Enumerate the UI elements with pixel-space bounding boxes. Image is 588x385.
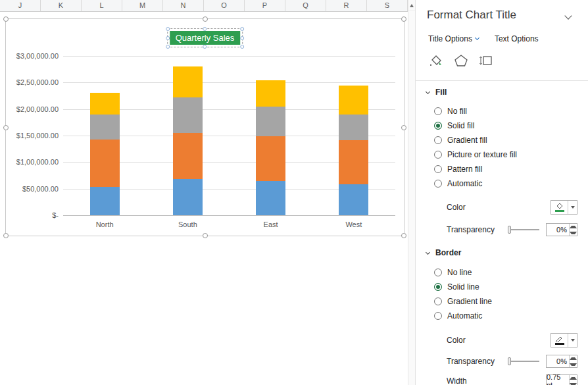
radio-label[interactable]: Gradient fill [447,136,487,145]
radio-button[interactable] [434,283,442,291]
bar-south-series3[interactable] [173,97,203,133]
spinner-up-icon[interactable] [570,375,577,381]
border-transparency-slider[interactable] [508,357,539,366]
column-header-p[interactable]: P [245,0,285,11]
bar-west-series1[interactable] [339,184,368,215]
fill-transparency-value[interactable]: 0% [547,224,569,236]
x-axis-label[interactable]: East [230,220,312,228]
border-section-header[interactable]: Border [426,248,461,257]
fill-section-header[interactable]: Fill [426,88,447,97]
bar-west-series4[interactable] [339,86,368,115]
radio-button[interactable] [434,107,442,115]
selection-handle[interactable] [401,233,406,238]
selection-handle[interactable] [3,233,9,238]
y-axis-label[interactable]: $1,50,000.00 [16,132,59,140]
selection-handle[interactable] [401,125,406,130]
radio-label[interactable]: Solid line [447,282,479,292]
selection-handle[interactable] [203,233,208,238]
radio-label[interactable]: Automatic [447,179,482,188]
selection-handle[interactable] [166,27,170,31]
bar-west-series3[interactable] [339,115,368,141]
size-properties-icon[interactable] [476,51,496,70]
column-header-m[interactable]: M [122,0,163,11]
selection-handle[interactable] [203,16,208,22]
selection-handle[interactable] [240,27,244,31]
x-axis-label[interactable]: West [312,220,395,228]
pane-collapse-chevron-down-icon[interactable] [564,12,572,19]
y-axis[interactable]: $3,00,000.00$2,50,000.00$2,00,000.00$1,5… [6,56,59,215]
dropdown-arrow-icon[interactable] [568,334,577,347]
radio-button[interactable] [434,269,442,276]
selection-handle[interactable] [240,36,244,40]
scroll-up-button[interactable] [408,0,415,11]
radio-label[interactable]: Gradient line [447,297,492,306]
radio-label[interactable]: Automatic [447,311,482,321]
spinner-down-icon[interactable] [570,361,577,367]
bar-south-series1[interactable] [173,179,203,215]
border-width-spinner[interactable]: 0.75 pt [546,374,577,385]
border-option-automatic[interactable]: Automatic [434,309,492,323]
tab-text-options[interactable]: Text Options [495,34,539,43]
bar-east-series3[interactable] [256,107,285,136]
selection-handle[interactable] [203,45,207,49]
spinner-up-icon[interactable] [570,224,577,230]
chart-title[interactable]: Quarterly Sales [170,31,241,45]
plot-area[interactable]: NorthSouthEastWest [63,56,395,215]
x-axis-label[interactable]: North [63,220,146,228]
column-header-s[interactable]: S [367,0,408,11]
border-transparency-spinner[interactable]: 0% [546,355,577,368]
y-axis-label[interactable]: $2,50,000.00 [16,78,59,86]
fill-color-button[interactable] [551,200,577,215]
column-header-n[interactable]: N [163,0,204,11]
radio-button[interactable] [434,297,442,305]
radio-label[interactable]: Pattern fill [447,165,482,174]
y-axis-label[interactable]: $2,00,000.00 [16,105,59,113]
radio-button[interactable] [434,165,442,173]
border-option-gradient-line[interactable]: Gradient line [434,294,492,309]
y-axis-label[interactable]: $50,000.00 [22,185,59,193]
bar-north-series1[interactable] [90,187,120,215]
bar-north-series2[interactable] [90,140,120,188]
slider-thumb[interactable] [508,226,511,234]
bar-east-series2[interactable] [256,136,285,181]
bar-south-series4[interactable] [173,66,203,97]
bar-east-series4[interactable] [256,80,285,107]
column-header-r[interactable]: R [326,0,367,11]
effects-icon[interactable] [451,51,471,70]
selection-handle[interactable] [3,125,9,130]
bar-north-series4[interactable] [90,93,120,114]
border-option-solid-line[interactable]: Solid line [434,280,492,294]
selection-handle[interactable] [401,16,406,22]
border-transparency-value[interactable]: 0% [547,355,569,367]
fill-option-gradient-fill[interactable]: Gradient fill [434,133,517,147]
chart-object[interactable]: $3,00,000.00$2,50,000.00$2,00,000.00$1,5… [5,18,404,236]
selection-handle[interactable] [203,27,207,31]
selection-handle[interactable] [240,45,244,49]
spinner-up-icon[interactable] [570,355,577,361]
radio-button[interactable] [434,312,442,320]
fill-option-picture-or-texture-fill[interactable]: Picture or texture fill [434,147,517,162]
bar-south-series2[interactable] [173,133,203,179]
column-header-j[interactable]: J [0,0,41,11]
radio-label[interactable]: Solid fill [447,121,474,130]
fill-option-pattern-fill[interactable]: Pattern fill [434,162,517,176]
bar-north-series3[interactable] [90,115,120,140]
column-header-o[interactable]: O [204,0,245,11]
vertical-scrollbar[interactable] [408,0,415,385]
radio-label[interactable]: No line [447,268,472,277]
fill-option-no-fill[interactable]: No fill [434,104,517,118]
bar-east-series1[interactable] [256,181,285,215]
selection-handle[interactable] [3,16,9,22]
border-color-button[interactable] [551,333,577,347]
y-axis-label[interactable]: $- [52,211,59,219]
y-axis-label[interactable]: $1,00,000.00 [16,158,59,166]
selection-handle[interactable] [166,36,170,40]
slider-thumb[interactable] [508,357,511,365]
radio-button[interactable] [434,122,442,130]
column-header-q[interactable]: Q [285,0,326,11]
fill-line-icon[interactable] [426,51,446,70]
column-header-k[interactable]: K [41,0,82,11]
y-axis-label[interactable]: $3,00,000.00 [16,52,59,60]
selection-handle[interactable] [166,45,170,49]
border-option-no-line[interactable]: No line [434,265,492,280]
